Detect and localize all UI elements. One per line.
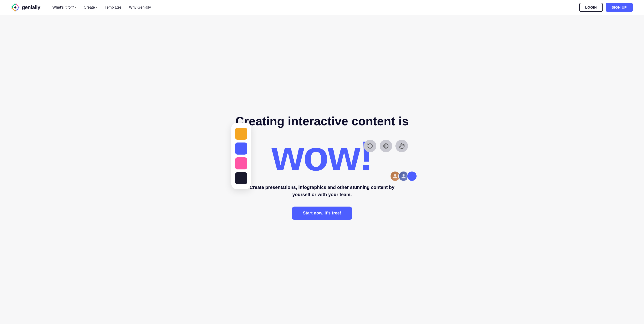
palette-swatch-pink: [235, 157, 247, 169]
palette-card: [232, 123, 251, 189]
login-button[interactable]: LOGIN: [579, 3, 603, 12]
nav-label-create: Create: [84, 5, 95, 9]
svg-point-2: [14, 6, 16, 8]
navbar-left: genially What's it for? ▾ Create ▾ Templ…: [11, 3, 154, 11]
nav-item-whats-it-for[interactable]: What's it for? ▾: [50, 3, 79, 11]
svg-point-6: [394, 174, 396, 176]
hero-section: Creating interactive content is: [0, 15, 644, 324]
nav-item-templates[interactable]: Templates: [102, 3, 124, 11]
navbar: genially What's it for? ▾ Create ▾ Templ…: [0, 0, 644, 15]
wow-text: wow!: [272, 135, 372, 177]
hero-subtitle: Create presentations, infographics and o…: [243, 184, 401, 198]
nav-label-why-genially: Why Genially: [129, 5, 151, 9]
rotate-icon: [364, 140, 376, 152]
interaction-icons: [364, 140, 408, 152]
chevron-down-icon: ▾: [96, 6, 97, 9]
nav-item-create[interactable]: Create ▾: [81, 3, 100, 11]
logo[interactable]: genially: [11, 3, 40, 11]
team-avatars: +: [390, 171, 417, 182]
hero-wow-area: wow! +: [218, 135, 426, 177]
palette-swatch-dark: [235, 172, 247, 184]
signup-button[interactable]: SIGN UP: [606, 3, 633, 12]
hand-icon: [396, 140, 408, 152]
nav-label-templates: Templates: [104, 5, 122, 9]
cta-button[interactable]: Start now. It's free!: [292, 207, 352, 220]
cursor-icon: [380, 140, 392, 152]
avatar-add-button[interactable]: +: [406, 171, 417, 182]
nav-label-whats-it-for: What's it for?: [52, 5, 74, 9]
svg-point-3: [386, 146, 386, 146]
logo-text: genially: [22, 4, 40, 10]
hero-title: Creating interactive content is: [235, 114, 409, 128]
navbar-right: LOGIN SIGN UP: [579, 3, 633, 12]
svg-point-7: [402, 174, 404, 176]
chevron-down-icon: ▾: [75, 6, 76, 9]
nav-item-why-genially[interactable]: Why Genially: [126, 3, 154, 11]
palette-swatch-yellow: [235, 128, 247, 140]
nav-links: What's it for? ▾ Create ▾ Templates Why …: [50, 3, 154, 11]
logo-icon: [11, 3, 20, 11]
palette-swatch-blue: [235, 142, 247, 155]
